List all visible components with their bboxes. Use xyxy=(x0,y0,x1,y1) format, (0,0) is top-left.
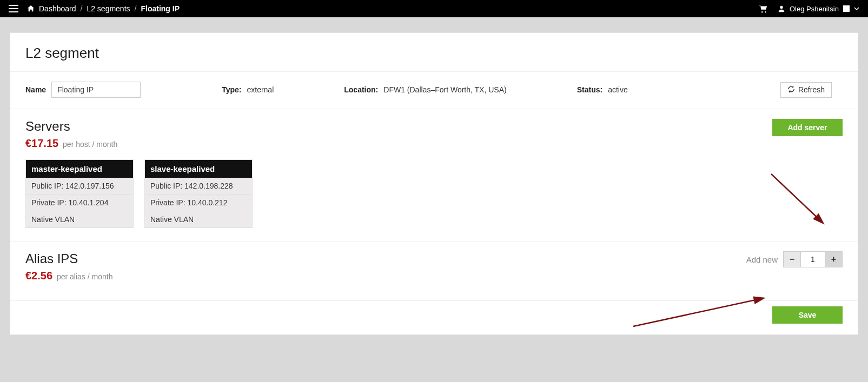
servers-price-unit: per host / month xyxy=(63,140,117,149)
alias-price-value: €2.56 xyxy=(25,270,52,282)
alias-title: Alias IPS xyxy=(25,251,112,266)
segment-meta-row: Name Type: external Location: DFW1 (Dall… xyxy=(25,72,843,109)
breadcrumb-l2-segments[interactable]: L2 segments xyxy=(87,4,130,13)
increment-button[interactable]: + xyxy=(825,252,842,267)
quantity-input[interactable] xyxy=(801,252,825,267)
add-new-block: Add new − + xyxy=(746,251,843,267)
servers-price: €17.15 per host / month xyxy=(25,137,117,150)
server-card: master-keepalived Public IP: 142.0.197.1… xyxy=(25,159,134,228)
user-menu[interactable]: Oleg Pshenitsin xyxy=(778,5,859,13)
server-public-ip: Public IP: 142.0.197.156 xyxy=(26,178,133,195)
location-label: Location: xyxy=(344,85,378,94)
servers-title: Servers xyxy=(25,119,117,134)
add-new-label: Add new xyxy=(746,255,778,264)
location-value: DFW1 (Dallas–Fort Worth, TX, USA) xyxy=(383,85,506,94)
server-card-name: slave-keepalived xyxy=(145,160,252,178)
page-body: L2 segment Name Type: external Location:… xyxy=(0,17,868,357)
user-name: Oleg Pshenitsin xyxy=(790,5,839,13)
top-bar-left: Dashboard / L2 segments / Floating IP xyxy=(9,4,180,13)
server-private-ip: Private IP: 10.40.1.204 xyxy=(26,195,133,211)
breadcrumb-sep: / xyxy=(135,4,137,13)
main-panel: L2 segment Name Type: external Location:… xyxy=(10,32,858,335)
breadcrumb: Dashboard / L2 segments / Floating IP xyxy=(27,4,180,13)
servers-price-value: €17.15 xyxy=(25,137,58,149)
decrement-button[interactable]: − xyxy=(784,252,801,267)
svg-point-5 xyxy=(780,6,783,9)
breadcrumb-sep: / xyxy=(81,4,83,13)
location-field: Location: DFW1 (Dallas–Fort Worth, TX, U… xyxy=(344,85,506,94)
alias-ips-section: Alias IPS €2.56 per alias / month Add ne… xyxy=(10,241,858,300)
quantity-stepper: − + xyxy=(783,251,843,267)
servers-section: Servers €17.15 per host / month Add serv… xyxy=(10,109,858,241)
server-vlan: Native VLAN xyxy=(26,211,133,227)
top-bar: Dashboard / L2 segments / Floating IP Ol… xyxy=(0,0,868,17)
breadcrumb-dashboard[interactable]: Dashboard xyxy=(39,4,76,13)
cart-icon[interactable] xyxy=(758,4,768,13)
svg-point-3 xyxy=(761,11,763,13)
server-public-ip: Public IP: 142.0.198.228 xyxy=(145,178,252,195)
type-label: Type: xyxy=(222,85,241,94)
add-server-button[interactable]: Add server xyxy=(772,119,843,136)
type-field: Type: external xyxy=(222,85,274,94)
refresh-icon xyxy=(787,85,795,95)
save-row: Save xyxy=(10,300,858,334)
status-label: Status: xyxy=(577,85,602,94)
user-avatar-placeholder xyxy=(843,5,850,12)
type-value: external xyxy=(247,85,274,94)
home-icon[interactable] xyxy=(27,5,35,12)
name-input[interactable] xyxy=(51,82,141,98)
name-label: Name xyxy=(25,85,46,94)
status-field: Status: active xyxy=(577,85,628,94)
page-title: L2 segment xyxy=(25,45,843,62)
chevron-down-icon xyxy=(854,7,859,10)
server-cards: master-keepalived Public IP: 142.0.197.1… xyxy=(25,159,843,228)
alias-price: €2.56 per alias / month xyxy=(25,270,112,282)
server-card-name: master-keepalived xyxy=(26,160,133,178)
alias-price-unit: per alias / month xyxy=(57,272,113,281)
user-icon xyxy=(778,5,785,12)
menu-icon[interactable] xyxy=(9,5,18,12)
status-value: active xyxy=(608,85,628,94)
save-button[interactable]: Save xyxy=(772,306,843,324)
server-vlan: Native VLAN xyxy=(145,211,252,227)
refresh-button[interactable]: Refresh xyxy=(780,82,832,98)
svg-point-4 xyxy=(765,11,766,13)
server-card: slave-keepalived Public IP: 142.0.198.22… xyxy=(144,159,253,228)
server-private-ip: Private IP: 10.40.0.212 xyxy=(145,195,252,211)
breadcrumb-current: Floating IP xyxy=(141,4,180,13)
top-bar-right: Oleg Pshenitsin xyxy=(758,4,859,13)
refresh-label: Refresh xyxy=(798,85,825,94)
name-field: Name xyxy=(25,82,141,98)
